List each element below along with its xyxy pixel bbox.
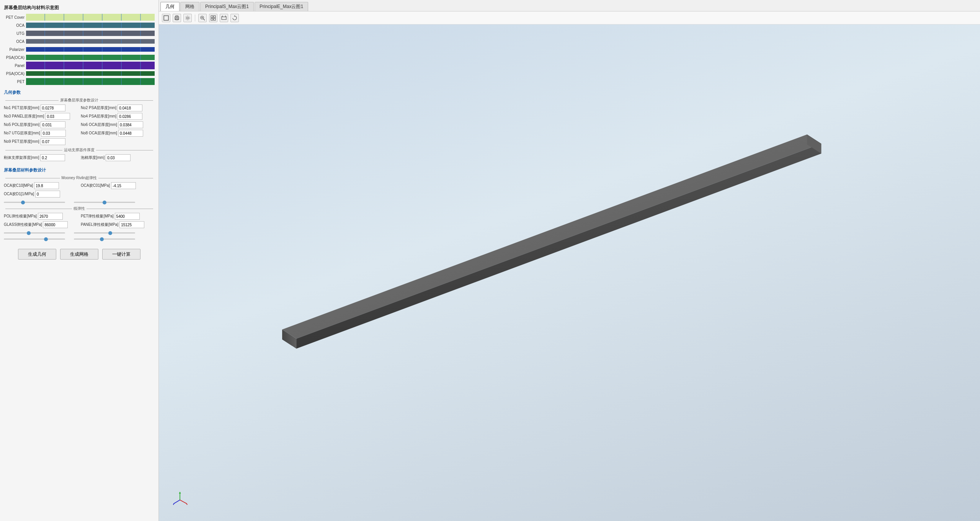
param-input-no9_pet[interactable] <box>41 138 65 145</box>
param-item-oca_c01: OCA胶C01[MPa] <box>81 182 155 189</box>
param-label-oca_c01: OCA胶C01[MPa] <box>81 183 110 188</box>
param-input-oca_d1[interactable] <box>35 191 60 198</box>
oca-c10-slider[interactable] <box>4 202 65 203</box>
param-input-no5_pol[interactable] <box>41 121 65 128</box>
layer-label-0: PET Cover <box>4 15 26 20</box>
layer-diagram: PET CoverOCAUTGOCAPolarizerPSA(OCA)Panel… <box>4 13 155 86</box>
zoom-in-tool-btn[interactable] <box>198 14 207 22</box>
svg-rect-11 <box>214 16 216 18</box>
param-input-no8_oca[interactable] <box>118 130 143 137</box>
param-label-foam: 泡棉厚度[mm] <box>81 155 105 160</box>
select-tool-btn[interactable] <box>162 14 170 22</box>
viewport-3d[interactable] <box>159 24 980 521</box>
tab-1[interactable]: 网格 <box>180 2 199 11</box>
param-input-oca_c10[interactable] <box>34 182 59 189</box>
toolbar-bar <box>159 11 980 24</box>
param-label-pol_modulus: POL弹性模量[MPa] <box>4 214 37 219</box>
layer-label-3: OCA <box>4 39 26 44</box>
param-label-oca_d1: OCA胶D1[1/MPa] <box>4 191 34 197</box>
param-item-no6_oca: No6 OCA层厚度[mm] <box>81 121 155 128</box>
pol-modulus-slider[interactable] <box>4 232 65 234</box>
svg-marker-23 <box>173 503 175 505</box>
param-item-pet_modulus: PET弹性模量[MPa] <box>81 213 155 220</box>
thickness-divider: 屏幕叠层厚度参数设计 <box>4 98 155 103</box>
layer-bar-2 <box>26 31 155 36</box>
print-tool-btn[interactable] <box>173 14 181 22</box>
param-input-rigid_support[interactable] <box>40 154 65 161</box>
svg-marker-19 <box>179 492 181 493</box>
svg-rect-12 <box>211 18 213 20</box>
view-tool-btn[interactable] <box>220 14 228 22</box>
param-input-panel_modulus[interactable] <box>119 221 144 228</box>
settings-tool-btn[interactable] <box>183 14 192 22</box>
param-label-glass_modulus: GLASS弹性模量[MPa] <box>4 222 42 227</box>
glass-modulus-slider[interactable] <box>4 238 65 240</box>
tab-0[interactable]: 几何 <box>160 2 180 11</box>
layer-label-6: Panel <box>4 64 26 68</box>
svg-line-20 <box>180 500 187 504</box>
zoom-fit-tool-btn[interactable] <box>209 14 217 22</box>
param-label-no1_pet: No1 PET层厚度[mm] <box>4 105 39 111</box>
layer-bar-6 <box>26 62 155 69</box>
param-item-no2_psa: No2 PSA层厚度[mm] <box>81 105 155 111</box>
mooney-divider: Mooney Rivlin超弹性 <box>4 175 155 181</box>
motion-fields-grid: 刚体支撑架厚度[mm] 泡棉厚度[mm] <box>4 154 155 161</box>
svg-line-22 <box>173 500 180 504</box>
tab-2[interactable]: PrincipalS_Max云图1 <box>200 2 254 11</box>
pet-modulus-slider[interactable] <box>74 232 135 234</box>
rotate-tool-btn[interactable] <box>230 14 239 22</box>
layer-label-1: OCA <box>4 23 26 28</box>
param-item-no5_pol: No5 POL层厚度[mm] <box>4 121 78 128</box>
param-item-panel_modulus: PANEL弹性模量[MPa] <box>81 221 155 228</box>
layer-row-5: PSA(OCA) <box>4 54 155 61</box>
svg-marker-17 <box>234 15 235 16</box>
material-params-section: 屏幕叠层材料参数设计 Mooney Rivlin超弹性 OCA胶C10[MPa]… <box>4 167 155 242</box>
param-input-pet_modulus[interactable] <box>115 213 140 220</box>
param-input-no1_pet[interactable] <box>41 105 65 111</box>
param-input-no7_utg[interactable] <box>41 130 66 137</box>
layer-row-7: PSA(OCA) <box>4 70 155 77</box>
one-click-button[interactable]: 一键计算 <box>102 249 140 260</box>
param-item-oca_d1: OCA胶D1[1/MPa] <box>4 191 78 198</box>
toolbar-sep-1 <box>195 15 195 21</box>
param-input-no2_psa[interactable] <box>118 105 142 111</box>
oca-c01-slider[interactable] <box>74 202 135 203</box>
param-input-no6_oca[interactable] <box>118 121 143 128</box>
param-input-no3_panel[interactable] <box>45 113 70 120</box>
layer-label-4: Polarizer <box>4 47 26 52</box>
param-item-oca_c10: OCA胶C10[MPa] <box>4 182 78 189</box>
layer-row-3: OCA <box>4 38 155 45</box>
layer-label-2: UTG <box>4 31 26 36</box>
layer-row-0: PET Cover <box>4 13 155 21</box>
param-input-no4_psa[interactable] <box>118 113 142 120</box>
gen-mesh-button[interactable]: 生成网格 <box>60 249 98 260</box>
layer-bar-4 <box>26 47 155 52</box>
motion-support-divider: 运动支撑器件厚度 <box>4 147 155 153</box>
linear-slider-row-2 <box>4 236 155 240</box>
param-input-glass_modulus[interactable] <box>43 221 68 228</box>
mooney-fields-grid: OCA胶C10[MPa] OCA胶C01[MPa] OCA胶D1[1/MPa] <box>4 182 155 204</box>
thickness-fields-grid: No1 PET层厚度[mm] No2 PSA层厚度[mm] No3 PANEL层… <box>4 105 155 145</box>
param-item-rigid_support: 刚体支撑架厚度[mm] <box>4 154 78 161</box>
svg-rect-13 <box>214 18 216 20</box>
param-label-no6_oca: No6 OCA层厚度[mm] <box>81 122 117 127</box>
bar-front-face <box>296 144 821 348</box>
param-item-pol_modulus: POL弹性模量[MPa] <box>4 213 78 220</box>
svg-point-4 <box>187 17 189 19</box>
svg-marker-21 <box>186 503 188 505</box>
geo-params-title: 几何参数 <box>4 90 155 95</box>
param-label-no9_pet: No9 PET层厚度[mm] <box>4 139 39 144</box>
viewport-svg <box>159 24 980 521</box>
tab-3[interactable]: PrincipalE_Max云图1 <box>255 2 308 11</box>
material-params-title: 屏幕叠层材料参数设计 <box>4 167 155 173</box>
param-label-no2_psa: No2 PSA层厚度[mm] <box>81 105 116 111</box>
gen-geo-button[interactable]: 生成几何 <box>18 249 56 260</box>
svg-line-7 <box>203 19 205 20</box>
param-item-no9_pet: No9 PET层厚度[mm] <box>4 138 78 145</box>
param-input-oca_c01[interactable] <box>111 182 136 189</box>
panel-modulus-slider[interactable] <box>74 238 135 240</box>
layer-bar-1 <box>26 23 155 28</box>
param-input-pol_modulus[interactable] <box>38 213 63 220</box>
layer-label-5: PSA(OCA) <box>4 56 26 60</box>
param-input-foam[interactable] <box>106 154 131 161</box>
